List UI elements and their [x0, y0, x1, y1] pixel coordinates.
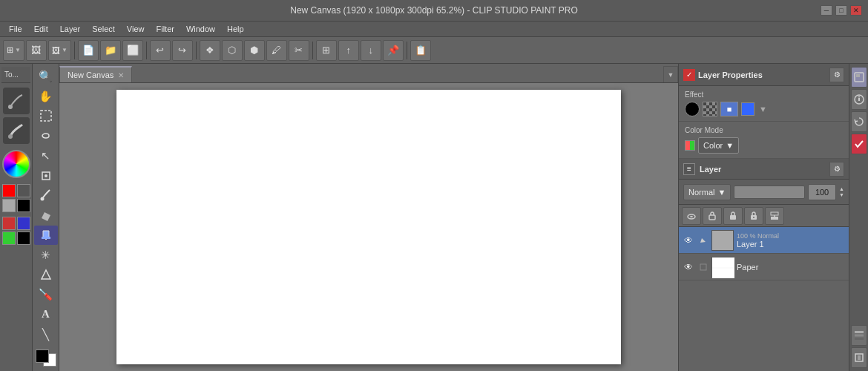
menu-help[interactable]: Help: [221, 23, 250, 35]
selection-tool[interactable]: [34, 107, 58, 126]
transform-button[interactable]: ❖: [200, 40, 220, 61]
menu-select[interactable]: Select: [86, 23, 121, 35]
color-grid-black[interactable]: [17, 232, 30, 245]
eraser-tool[interactable]: [34, 206, 58, 225]
panel-settings-icon[interactable]: ⚙: [829, 68, 844, 82]
opacity-input[interactable]: 100: [808, 184, 836, 200]
effect-circle-btn[interactable]: [685, 102, 700, 116]
gradient-tool[interactable]: ✳: [34, 246, 58, 265]
blend-mode-dropdown[interactable]: Normal ▼: [683, 184, 731, 200]
image2-icon: 🖼: [52, 46, 60, 55]
color-wheel[interactable]: [2, 150, 30, 178]
menu-layer[interactable]: Layer: [54, 23, 87, 35]
brush-sub-icon1[interactable]: [3, 88, 30, 114]
svg-rect-17: [700, 264, 706, 270]
title-bar: New Canvas (1920 x 1080px 300dpi 65.2%) …: [0, 0, 868, 21]
foreground-background-color[interactable]: [34, 348, 58, 368]
menu-filter[interactable]: Filter: [150, 23, 180, 35]
move-layer-tool[interactable]: ↖: [34, 146, 58, 165]
color-chip-grey[interactable]: [17, 184, 30, 197]
maximize-button[interactable]: □: [835, 5, 847, 16]
cut-button[interactable]: ✂: [289, 40, 309, 61]
lock-drawing-button[interactable]: [703, 207, 722, 225]
far-right-layers-btn[interactable]: [851, 325, 867, 346]
color-grid: [2, 217, 30, 245]
shape-tool[interactable]: [34, 266, 58, 285]
brush-tool[interactable]: [34, 186, 58, 206]
brush-sub-icon2[interactable]: [3, 117, 30, 144]
menu-edit[interactable]: Edit: [28, 23, 54, 35]
undo-button[interactable]: ↩: [150, 40, 171, 61]
canvas-white: [116, 90, 621, 364]
far-right-navigator-btn[interactable]: [851, 67, 867, 88]
color-mode-dropdown[interactable]: Color ▼: [698, 137, 739, 154]
far-right-history-btn[interactable]: [851, 111, 867, 132]
selection-button[interactable]: ⬡: [222, 40, 243, 61]
color-chip-red[interactable]: [2, 184, 16, 197]
far-right-properties-btn[interactable]: [851, 347, 867, 368]
opacity-slider[interactable]: [734, 186, 805, 199]
redo-button[interactable]: ↪: [172, 40, 193, 61]
color-grid-blue[interactable]: [17, 217, 30, 230]
export-button[interactable]: 📋: [410, 40, 431, 61]
tab-close-icon[interactable]: ✕: [118, 71, 124, 79]
menu-file[interactable]: File: [3, 23, 28, 35]
move-tool[interactable]: ✋: [34, 87, 58, 106]
layer-paper-thumbnail: [711, 257, 734, 278]
text-tool[interactable]: A: [34, 305, 58, 324]
blend-tool[interactable]: 🪛: [34, 285, 58, 304]
fill-tool[interactable]: [34, 226, 58, 245]
lock-alpha-button[interactable]: [682, 207, 701, 225]
open-file-button[interactable]: 📁: [100, 40, 121, 61]
effect-checker-btn[interactable]: [703, 102, 717, 116]
effect-color-btn[interactable]: [741, 102, 754, 116]
opacity-up-arrow[interactable]: ▲: [839, 186, 844, 191]
merge-layers-button[interactable]: [765, 207, 784, 225]
ruler1-button[interactable]: ↑: [338, 40, 359, 61]
rotate-tool-button[interactable]: 🖼: [26, 40, 47, 61]
layer-1-meta: 100 % Normal: [737, 232, 846, 240]
layer-paper-info: Paper: [737, 263, 846, 272]
far-right-info-btn[interactable]: [851, 89, 867, 110]
layer-row-paper[interactable]: 👁 Paper: [679, 254, 849, 280]
svg-rect-10: [709, 215, 715, 220]
minimize-button[interactable]: ─: [821, 5, 832, 16]
svg-rect-11: [730, 215, 736, 220]
image-dropdown[interactable]: 🖼 ▼: [48, 40, 71, 61]
pen-button[interactable]: 🖊: [266, 40, 287, 61]
color-grid-green[interactable]: [2, 232, 16, 245]
line-tool[interactable]: ╲: [34, 325, 58, 344]
canvas-tab[interactable]: New Canvas ✕: [59, 66, 132, 82]
grid-button[interactable]: ⊞: [316, 40, 337, 61]
fill-button[interactable]: ⬢: [244, 40, 265, 61]
tab-scroll-arrow[interactable]: ▼: [663, 66, 678, 82]
lock-position-button[interactable]: [723, 207, 743, 225]
menu-window[interactable]: Window: [180, 23, 221, 35]
layer-paper-visibility-icon[interactable]: 👁: [682, 260, 695, 274]
layer-1-visibility-icon[interactable]: 👁: [682, 234, 695, 247]
new-file-button[interactable]: 📄: [78, 40, 99, 61]
save-file-button[interactable]: ⬜: [122, 40, 143, 61]
separator5: [407, 42, 407, 59]
menu-view[interactable]: View: [121, 23, 151, 35]
lock-all-button[interactable]: [744, 207, 763, 225]
effect-dropdown-arrow[interactable]: ▼: [759, 105, 767, 114]
svg-rect-15: [771, 217, 778, 220]
canvas-viewport[interactable]: [59, 83, 678, 371]
eyedropper-tool[interactable]: [34, 166, 58, 186]
view-dropdown[interactable]: ⊞ ▼: [3, 40, 24, 61]
lasso-tool[interactable]: [34, 126, 58, 145]
zoom-tool[interactable]: 🔍: [34, 67, 58, 86]
ruler2-button[interactable]: ↓: [361, 40, 381, 61]
color-chip-light[interactable]: [2, 199, 16, 212]
color-grid-red[interactable]: [2, 217, 16, 230]
color-chip-black[interactable]: [17, 199, 30, 212]
layer-row-1[interactable]: 👁 100 % Normal Layer 1: [679, 227, 849, 254]
far-right-check-btn[interactable]: [851, 134, 867, 154]
ruler3-button[interactable]: 📌: [383, 40, 404, 61]
sub-tools-panel: To...: [0, 64, 33, 371]
effect-blue-btn[interactable]: ■: [720, 102, 738, 116]
opacity-down-arrow[interactable]: ▼: [839, 192, 844, 197]
close-button[interactable]: ✕: [850, 5, 862, 16]
layer-panel-settings-icon[interactable]: ⚙: [829, 162, 844, 177]
